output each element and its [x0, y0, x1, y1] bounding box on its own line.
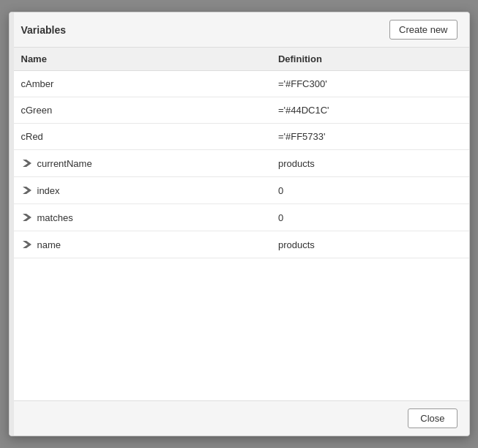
- variable-name: cAmber: [21, 78, 54, 89]
- variable-icon: [21, 239, 33, 250]
- table-cell-definition: 0: [266, 177, 469, 204]
- variable-name: index: [37, 185, 60, 196]
- table-row[interactable]: cGreen='#44DC1C': [10, 97, 469, 124]
- table-row[interactable]: cAmber='#FFC300': [10, 71, 469, 97]
- variable-name: cGreen: [21, 105, 53, 116]
- variable-icon: [21, 212, 33, 223]
- table-cell-name: cRed: [10, 124, 266, 150]
- variable-icon: [21, 157, 33, 169]
- table-cell-definition: products: [266, 150, 469, 177]
- dialog-title: Variables: [21, 24, 67, 36]
- table-row[interactable]: index0: [10, 177, 469, 204]
- table-cell-name: cGreen: [10, 97, 266, 124]
- table-header-row: Name Definition: [10, 48, 469, 71]
- dialog-left-accent: [10, 12, 14, 436]
- table-cell-name: cAmber: [10, 71, 266, 97]
- table-cell-definition: ='#FFC300': [266, 71, 469, 97]
- table-cell-definition: products: [266, 231, 469, 258]
- dialog-header: Variables Create new: [10, 12, 469, 48]
- create-new-button[interactable]: Create new: [389, 20, 457, 40]
- variable-name: currentName: [37, 158, 92, 169]
- table-row[interactable]: nameproducts: [10, 231, 469, 258]
- variable-name: cRed: [21, 131, 43, 142]
- column-definition-header: Definition: [266, 48, 469, 71]
- table-cell-name: currentName: [10, 150, 266, 177]
- variables-table-container: Name Definition cAmber='#FFC300'cGreen='…: [10, 48, 469, 400]
- variables-dialog: Variables Create new Name Definition cAm…: [9, 12, 470, 436]
- table-cell-definition: 0: [266, 204, 469, 231]
- table-row[interactable]: cRed='#FF5733': [10, 124, 469, 150]
- variable-icon: [21, 184, 33, 196]
- close-button[interactable]: Close: [408, 408, 457, 428]
- table-row[interactable]: currentNameproducts: [10, 150, 469, 177]
- column-name-header: Name: [10, 48, 266, 71]
- dialog-footer: Close: [10, 400, 469, 436]
- variable-name: matches: [37, 212, 73, 223]
- table-cell-name: index: [10, 177, 266, 204]
- table-cell-name: matches: [10, 204, 266, 231]
- variables-table: Name Definition cAmber='#FFC300'cGreen='…: [10, 48, 469, 258]
- variable-name: name: [37, 239, 61, 250]
- table-row[interactable]: matches0: [10, 204, 469, 231]
- table-cell-definition: ='#FF5733': [266, 124, 469, 150]
- table-cell-definition: ='#44DC1C': [266, 97, 469, 124]
- table-cell-name: name: [10, 231, 266, 258]
